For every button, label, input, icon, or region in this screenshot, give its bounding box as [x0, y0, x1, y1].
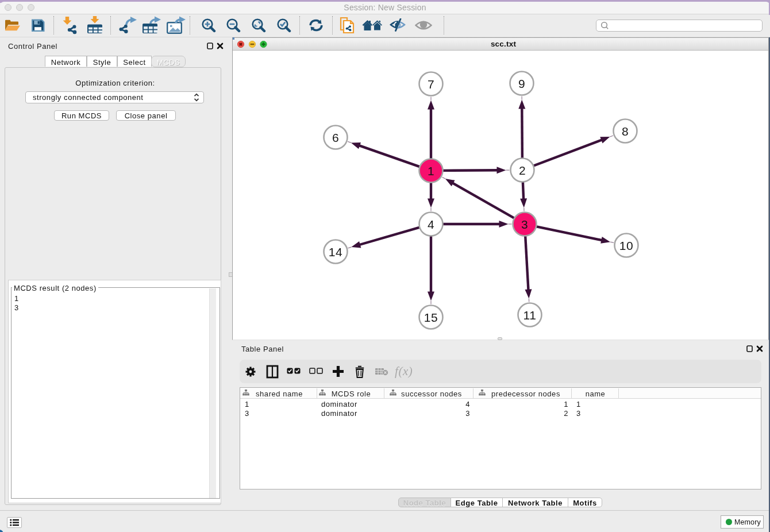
- svg-text:6: 6: [332, 131, 339, 144]
- svg-text:9: 9: [518, 77, 525, 90]
- svg-text:14: 14: [329, 245, 342, 259]
- svg-text:7: 7: [428, 78, 434, 91]
- svg-text:2: 2: [519, 164, 526, 177]
- svg-text:15: 15: [424, 311, 438, 324]
- svg-text:10: 10: [619, 239, 633, 252]
- svg-text:4: 4: [428, 218, 434, 231]
- svg-text:11: 11: [523, 309, 537, 322]
- svg-text:3: 3: [521, 218, 528, 231]
- svg-text:8: 8: [622, 125, 629, 138]
- svg-text:1: 1: [428, 164, 434, 178]
